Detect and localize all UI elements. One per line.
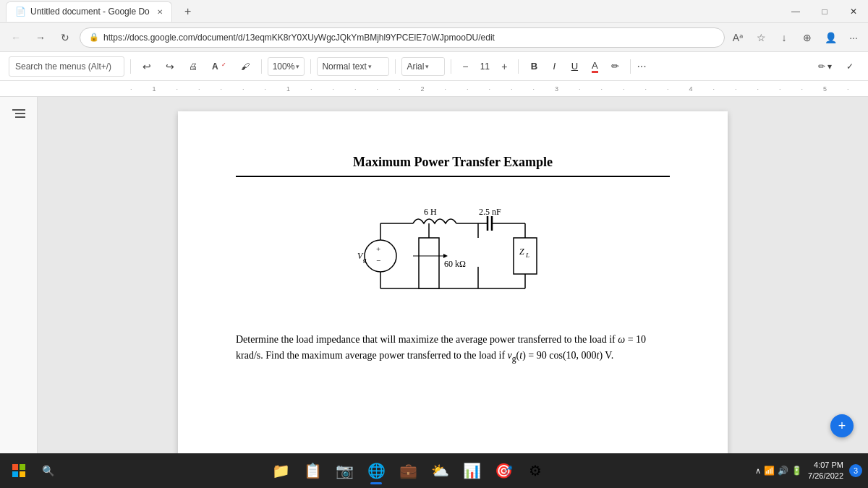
chevron-up-icon[interactable]: ∧ bbox=[755, 466, 761, 476]
toolbar-separator-4 bbox=[395, 59, 396, 74]
document-page: Maximum Power Transfer Example bbox=[178, 111, 728, 453]
font-size-increase-button[interactable]: + bbox=[496, 59, 512, 74]
font-size-decrease-button[interactable]: − bbox=[457, 59, 473, 74]
files-icon: 📋 bbox=[304, 462, 322, 479]
tab-label: Untitled document - Google Do bbox=[30, 7, 150, 17]
back-button[interactable]: ← bbox=[6, 27, 26, 48]
search-menus-input[interactable]: Search the menus (Alt+/) bbox=[9, 56, 124, 77]
outline-icon bbox=[12, 109, 25, 119]
font-size-value[interactable]: 11 bbox=[475, 61, 495, 72]
start-button[interactable] bbox=[6, 458, 32, 484]
check-icon-button[interactable]: ✓ bbox=[841, 56, 859, 77]
title-bar-left: 📄 Untitled document - Google Do ✕ + bbox=[6, 1, 787, 22]
undo-button[interactable]: ↩ bbox=[137, 56, 157, 77]
window-maximize-button[interactable]: □ bbox=[816, 7, 833, 17]
read-aloud-button[interactable]: Aᵃ bbox=[729, 29, 746, 46]
paragraph-text-1: Determine the load impedance that will m… bbox=[236, 334, 646, 361]
file-explorer-icon: 📁 bbox=[272, 462, 290, 479]
search-icon: 🔍 bbox=[42, 465, 54, 476]
svg-marker-31 bbox=[443, 254, 448, 258]
text-style-dropdown[interactable]: Normal text ▾ bbox=[317, 57, 389, 76]
new-tab-button[interactable]: + bbox=[178, 1, 198, 22]
toolbar-separator-2 bbox=[261, 59, 262, 74]
svg-text:L: L bbox=[525, 252, 529, 259]
svg-text:Z: Z bbox=[519, 247, 524, 257]
toolbar-separator-5 bbox=[451, 59, 451, 74]
battery-icon[interactable]: 🔋 bbox=[791, 466, 802, 476]
extensions-button[interactable]: ⊕ bbox=[799, 29, 816, 46]
downloads-button[interactable]: ↓ bbox=[775, 29, 793, 46]
svg-rect-24 bbox=[419, 238, 439, 288]
taskbar-search-button[interactable]: 🔍 bbox=[35, 458, 61, 484]
browser-tab-active[interactable]: 📄 Untitled document - Google Do ✕ bbox=[6, 1, 172, 22]
zoom-value: 100% bbox=[273, 61, 295, 72]
profile-button[interactable]: 👤 bbox=[822, 29, 839, 46]
taskbar-app-camera[interactable]: 📷 bbox=[331, 457, 358, 484]
document-area[interactable]: Maximum Power Transfer Example bbox=[38, 97, 868, 453]
floating-action-button[interactable]: + bbox=[830, 414, 854, 437]
tab-close-button[interactable]: ✕ bbox=[157, 8, 163, 16]
docs-toolbar: Search the menus (Alt+/) ↩ ↪ 🖨 A ✓ 🖌 100… bbox=[0, 52, 868, 81]
lock-icon: 🔒 bbox=[89, 33, 99, 42]
underline-button[interactable]: U bbox=[565, 57, 584, 76]
title-bar-right: — □ ✕ bbox=[787, 7, 862, 17]
taskbar: 🔍 📁 📋 📷 🌐 💼 ⛅ 📊 🎯 ⚙ bbox=[0, 453, 868, 488]
font-value: Arial bbox=[407, 61, 424, 72]
zoom-dropdown[interactable]: 100% ▾ bbox=[268, 57, 305, 76]
address-bar: ← → ↻ 🔒 https://docs.google.com/document… bbox=[0, 23, 868, 52]
window-close-button[interactable]: ✕ bbox=[845, 7, 862, 17]
taskbar-app-fileexplorer[interactable]: 📁 bbox=[267, 457, 294, 484]
edit-icon-button[interactable]: ✏ ▾ bbox=[812, 56, 838, 77]
taskbar-app-files[interactable]: 📋 bbox=[299, 457, 326, 484]
wifi-icon[interactable]: 📶 bbox=[764, 466, 775, 476]
taskbar-app-1[interactable]: 📊 bbox=[458, 457, 485, 484]
notification-badge[interactable]: 3 bbox=[849, 464, 862, 477]
svg-rect-27 bbox=[514, 238, 537, 274]
refresh-button[interactable]: ↻ bbox=[55, 27, 75, 48]
svg-rect-32 bbox=[12, 464, 18, 470]
svg-text:60 kΩ: 60 kΩ bbox=[444, 259, 466, 269]
taskbar-app-2[interactable]: 🎯 bbox=[490, 457, 517, 484]
taskbar-app-teams[interactable]: 💼 bbox=[394, 457, 422, 484]
text-color-button[interactable]: A bbox=[585, 57, 604, 76]
app3-icon: ⚙ bbox=[529, 462, 542, 479]
svg-text:+: + bbox=[376, 244, 380, 253]
font-dropdown[interactable]: Arial ▾ bbox=[401, 57, 445, 76]
zoom-dropdown-arrow: ▾ bbox=[296, 63, 299, 70]
print-icon: 🖨 bbox=[189, 61, 197, 72]
print-button[interactable]: 🖨 bbox=[183, 56, 203, 77]
spellcheck-button[interactable]: A ✓ bbox=[206, 56, 232, 77]
forward-button[interactable]: → bbox=[30, 27, 51, 48]
taskbar-app-edge[interactable]: 🌐 bbox=[362, 457, 390, 484]
windows-logo-icon bbox=[12, 464, 25, 477]
window-minimize-button[interactable]: — bbox=[787, 7, 804, 17]
svg-rect-35 bbox=[20, 471, 25, 477]
browser-more-button[interactable]: ··· bbox=[845, 29, 862, 46]
redo-button[interactable]: ↪ bbox=[160, 56, 180, 77]
paint-icon: 🖌 bbox=[241, 61, 250, 72]
text-color-icon: A bbox=[592, 60, 598, 73]
ruler: ·1·····1·····2·····3·····4·····5·····6··… bbox=[0, 81, 868, 97]
weather-icon: ⛅ bbox=[431, 462, 449, 479]
more-options-button[interactable]: ··· bbox=[637, 60, 646, 73]
volume-icon[interactable]: 🔊 bbox=[778, 466, 788, 476]
highlight-color-button[interactable]: ✏ bbox=[605, 57, 624, 76]
svg-rect-34 bbox=[12, 471, 18, 477]
taskbar-app-3[interactable]: ⚙ bbox=[522, 457, 549, 484]
text-style-dropdown-arrow: ▾ bbox=[368, 63, 372, 70]
taskbar-app-weather[interactable]: ⛅ bbox=[426, 457, 454, 484]
left-panel bbox=[0, 97, 38, 453]
favorites-button[interactable]: ☆ bbox=[752, 29, 770, 46]
time-display[interactable]: 4:07 PM 7/26/2022 bbox=[808, 460, 843, 482]
outline-panel-button[interactable] bbox=[7, 103, 30, 126]
redo-icon: ↪ bbox=[166, 61, 174, 72]
paint-format-button[interactable]: 🖌 bbox=[235, 56, 255, 77]
toolbar-separator-6 bbox=[518, 59, 519, 74]
svg-rect-2 bbox=[15, 116, 25, 118]
bold-button[interactable]: B bbox=[524, 57, 543, 76]
toolbar-separator-1 bbox=[130, 59, 131, 74]
italic-button[interactable]: I bbox=[545, 57, 563, 76]
url-bar[interactable]: 🔒 https://docs.google.com/document/d/13e… bbox=[80, 27, 725, 48]
circuit-diagram: + − V g 6 H 2.5 nF bbox=[236, 194, 670, 310]
svg-text:6 H: 6 H bbox=[424, 207, 437, 217]
